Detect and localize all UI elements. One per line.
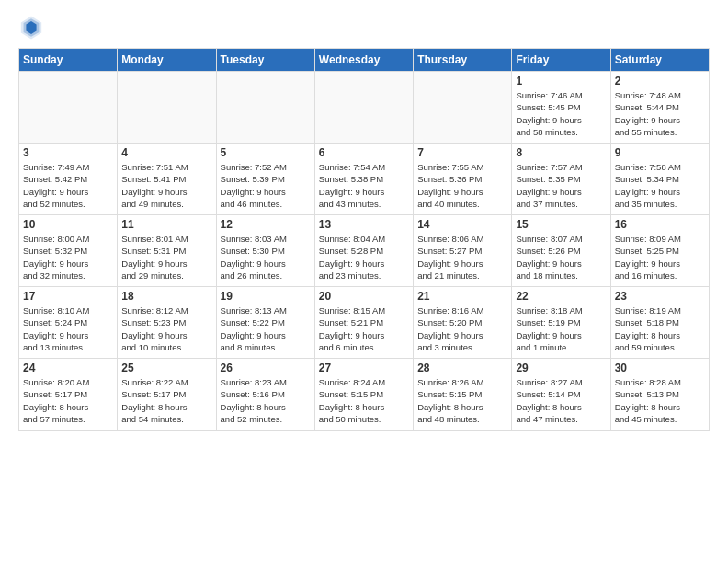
calendar-cell [19, 72, 118, 144]
day-detail: Sunrise: 7:48 AM Sunset: 5:44 PM Dayligh… [615, 89, 705, 138]
day-number: 30 [615, 362, 705, 374]
logo-icon [18, 15, 44, 40]
calendar-header-row: SundayMondayTuesdayWednesdayThursdayFrid… [19, 49, 710, 72]
day-detail: Sunrise: 8:22 AM Sunset: 5:17 PM Dayligh… [121, 376, 211, 425]
calendar-cell: 25Sunrise: 8:22 AM Sunset: 5:17 PM Dayli… [118, 359, 216, 431]
day-detail: Sunrise: 8:18 AM Sunset: 5:19 PM Dayligh… [516, 304, 606, 353]
calendar-cell: 1Sunrise: 7:46 AM Sunset: 5:45 PM Daylig… [512, 72, 610, 144]
calendar-cell: 23Sunrise: 8:19 AM Sunset: 5:18 PM Dayli… [610, 287, 709, 359]
day-detail: Sunrise: 7:58 AM Sunset: 5:34 PM Dayligh… [615, 161, 705, 210]
day-number: 13 [319, 218, 409, 231]
day-detail: Sunrise: 7:57 AM Sunset: 5:35 PM Dayligh… [516, 161, 606, 210]
day-number: 14 [417, 218, 507, 231]
calendar-cell: 19Sunrise: 8:13 AM Sunset: 5:22 PM Dayli… [216, 287, 314, 359]
day-number: 2 [615, 75, 705, 87]
day-detail: Sunrise: 8:07 AM Sunset: 5:26 PM Dayligh… [516, 233, 606, 282]
day-number: 21 [417, 290, 507, 303]
calendar-cell: 13Sunrise: 8:04 AM Sunset: 5:28 PM Dayli… [314, 215, 413, 287]
calendar-cell: 3Sunrise: 7:49 AM Sunset: 5:42 PM Daylig… [19, 144, 118, 215]
calendar-cell: 26Sunrise: 8:23 AM Sunset: 5:16 PM Dayli… [216, 359, 314, 431]
day-number: 24 [23, 362, 113, 374]
day-number: 23 [615, 290, 705, 303]
calendar-cell: 30Sunrise: 8:28 AM Sunset: 5:13 PM Dayli… [610, 359, 709, 431]
calendar-cell: 6Sunrise: 7:54 AM Sunset: 5:38 PM Daylig… [314, 144, 413, 215]
day-detail: Sunrise: 8:10 AM Sunset: 5:24 PM Dayligh… [23, 304, 113, 353]
day-detail: Sunrise: 8:09 AM Sunset: 5:25 PM Dayligh… [615, 233, 705, 282]
day-detail: Sunrise: 8:27 AM Sunset: 5:14 PM Dayligh… [516, 376, 606, 425]
day-number: 25 [121, 362, 211, 374]
calendar-header-saturday: Saturday [610, 49, 709, 72]
day-detail: Sunrise: 8:28 AM Sunset: 5:13 PM Dayligh… [615, 376, 705, 425]
day-number: 19 [221, 290, 311, 303]
day-detail: Sunrise: 8:01 AM Sunset: 5:31 PM Dayligh… [121, 233, 211, 282]
calendar-cell: 10Sunrise: 8:00 AM Sunset: 5:32 PM Dayli… [19, 215, 118, 287]
day-number: 26 [221, 362, 311, 374]
day-detail: Sunrise: 7:51 AM Sunset: 5:41 PM Dayligh… [121, 161, 211, 210]
calendar-cell: 11Sunrise: 8:01 AM Sunset: 5:31 PM Dayli… [118, 215, 216, 287]
day-number: 18 [121, 290, 211, 303]
day-detail: Sunrise: 7:55 AM Sunset: 5:36 PM Dayligh… [417, 161, 507, 210]
day-number: 16 [615, 218, 705, 231]
day-detail: Sunrise: 8:15 AM Sunset: 5:21 PM Dayligh… [319, 304, 409, 353]
calendar-week-0: 1Sunrise: 7:46 AM Sunset: 5:45 PM Daylig… [19, 72, 710, 144]
calendar-cell: 22Sunrise: 8:18 AM Sunset: 5:19 PM Dayli… [512, 287, 610, 359]
day-number: 5 [221, 146, 311, 159]
calendar-header-monday: Monday [118, 49, 216, 72]
calendar-cell: 17Sunrise: 8:10 AM Sunset: 5:24 PM Dayli… [19, 287, 118, 359]
day-number: 28 [417, 362, 507, 374]
day-detail: Sunrise: 7:54 AM Sunset: 5:38 PM Dayligh… [319, 161, 409, 210]
day-number: 9 [615, 146, 705, 159]
calendar-header-sunday: Sunday [19, 49, 118, 72]
calendar-cell: 24Sunrise: 8:20 AM Sunset: 5:17 PM Dayli… [19, 359, 118, 431]
calendar-cell: 20Sunrise: 8:15 AM Sunset: 5:21 PM Dayli… [314, 287, 413, 359]
calendar-cell: 28Sunrise: 8:26 AM Sunset: 5:15 PM Dayli… [414, 359, 512, 431]
calendar-cell: 5Sunrise: 7:52 AM Sunset: 5:39 PM Daylig… [216, 144, 314, 215]
calendar-cell: 29Sunrise: 8:27 AM Sunset: 5:14 PM Dayli… [512, 359, 610, 431]
calendar-cell: 12Sunrise: 8:03 AM Sunset: 5:30 PM Dayli… [216, 215, 314, 287]
calendar-table: SundayMondayTuesdayWednesdayThursdayFrid… [18, 48, 710, 431]
logo [18, 15, 48, 40]
calendar-cell: 15Sunrise: 8:07 AM Sunset: 5:26 PM Dayli… [512, 215, 610, 287]
day-detail: Sunrise: 8:19 AM Sunset: 5:18 PM Dayligh… [615, 304, 705, 353]
calendar-cell: 16Sunrise: 8:09 AM Sunset: 5:25 PM Dayli… [610, 215, 709, 287]
day-detail: Sunrise: 8:16 AM Sunset: 5:20 PM Dayligh… [417, 304, 507, 353]
day-detail: Sunrise: 8:03 AM Sunset: 5:30 PM Dayligh… [221, 233, 311, 282]
day-number: 6 [319, 146, 409, 159]
calendar-cell [216, 72, 314, 144]
calendar-header-wednesday: Wednesday [314, 49, 413, 72]
calendar-cell [314, 72, 413, 144]
day-number: 1 [516, 75, 606, 87]
calendar-cell: 9Sunrise: 7:58 AM Sunset: 5:34 PM Daylig… [610, 144, 709, 215]
day-detail: Sunrise: 8:04 AM Sunset: 5:28 PM Dayligh… [319, 233, 409, 282]
day-number: 20 [319, 290, 409, 303]
calendar-cell: 27Sunrise: 8:24 AM Sunset: 5:15 PM Dayli… [314, 359, 413, 431]
calendar-cell: 8Sunrise: 7:57 AM Sunset: 5:35 PM Daylig… [512, 144, 610, 215]
day-number: 11 [121, 218, 211, 231]
day-number: 10 [23, 218, 113, 231]
calendar-cell [414, 72, 512, 144]
calendar-cell: 2Sunrise: 7:48 AM Sunset: 5:44 PM Daylig… [610, 72, 709, 144]
day-detail: Sunrise: 8:12 AM Sunset: 5:23 PM Dayligh… [121, 304, 211, 353]
day-detail: Sunrise: 7:52 AM Sunset: 5:39 PM Dayligh… [221, 161, 311, 210]
calendar-cell: 7Sunrise: 7:55 AM Sunset: 5:36 PM Daylig… [414, 144, 512, 215]
calendar-cell [118, 72, 216, 144]
day-detail: Sunrise: 8:20 AM Sunset: 5:17 PM Dayligh… [23, 376, 113, 425]
calendar-cell: 4Sunrise: 7:51 AM Sunset: 5:41 PM Daylig… [118, 144, 216, 215]
day-detail: Sunrise: 8:24 AM Sunset: 5:15 PM Dayligh… [319, 376, 409, 425]
page: SundayMondayTuesdayWednesdayThursdayFrid… [0, 0, 728, 563]
day-number: 4 [121, 146, 211, 159]
day-detail: Sunrise: 8:26 AM Sunset: 5:15 PM Dayligh… [417, 376, 507, 425]
calendar-cell: 21Sunrise: 8:16 AM Sunset: 5:20 PM Dayli… [414, 287, 512, 359]
day-number: 17 [23, 290, 113, 303]
day-number: 3 [23, 146, 113, 159]
calendar-week-4: 24Sunrise: 8:20 AM Sunset: 5:17 PM Dayli… [19, 359, 710, 431]
day-detail: Sunrise: 8:13 AM Sunset: 5:22 PM Dayligh… [221, 304, 311, 353]
header [18, 15, 710, 40]
day-number: 7 [417, 146, 507, 159]
day-number: 22 [516, 290, 606, 303]
day-detail: Sunrise: 7:49 AM Sunset: 5:42 PM Dayligh… [23, 161, 113, 210]
calendar-header-friday: Friday [512, 49, 610, 72]
day-detail: Sunrise: 8:23 AM Sunset: 5:16 PM Dayligh… [221, 376, 311, 425]
calendar-header-tuesday: Tuesday [216, 49, 314, 72]
day-number: 15 [516, 218, 606, 231]
